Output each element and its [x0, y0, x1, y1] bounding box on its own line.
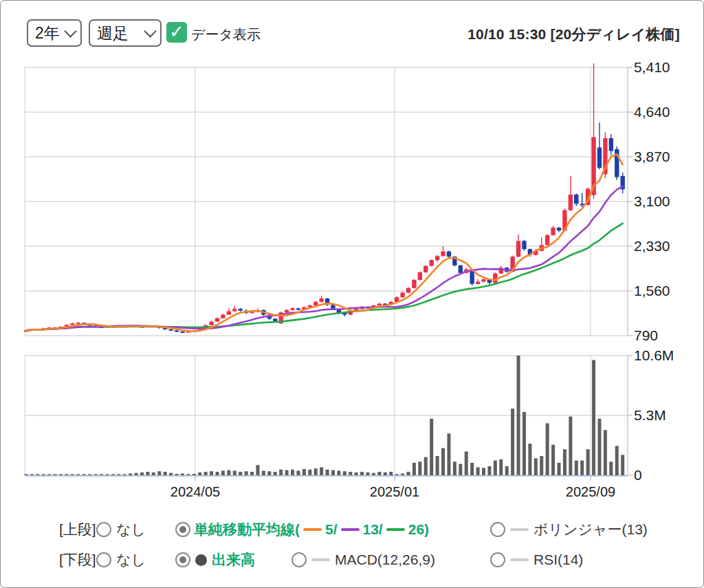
price-axis-label: 790 — [634, 327, 658, 345]
x-axis-label: 2025/09 — [549, 484, 632, 500]
upper-none-label: なし — [116, 520, 146, 539]
sma26-label: 26) — [408, 521, 429, 538]
rsi-label: RSI(14) — [534, 552, 583, 568]
upper-pane-label-wrap: [上段] — [59, 519, 96, 541]
lower-none-label: なし — [116, 550, 146, 569]
sma5-line-icon — [303, 528, 322, 531]
price-axis-label: 5,410 — [634, 58, 670, 76]
volume-dot-icon — [195, 554, 207, 566]
radio-lower-macd[interactable] — [292, 552, 307, 567]
volume-axis-label: 0 — [634, 466, 642, 484]
radio-lower-rsi[interactable] — [490, 552, 505, 567]
radio-upper-none[interactable] — [96, 522, 111, 537]
sma13-label: 13/ — [363, 521, 383, 538]
stock-chart-panel: 2年 週足 ✓ データ表示 10/10 15:30 [20分ディレイ株価] 5,… — [0, 0, 704, 588]
upper-pane-label: [上段] — [59, 520, 96, 539]
x-axis-label: 2024/05 — [154, 484, 236, 500]
lower-macd-option[interactable]: MACD(12,26,9) — [292, 549, 435, 571]
rsi-line-icon — [510, 558, 529, 561]
volume-axis-label: 10.6M — [634, 347, 674, 364]
x-axis-label: 2025/01 — [353, 484, 436, 500]
price-axis-label: 4,640 — [634, 103, 670, 121]
upper-none-option[interactable]: なし — [96, 519, 146, 541]
macd-line-icon — [311, 558, 330, 561]
lower-rsi-option[interactable]: RSI(14) — [490, 549, 583, 571]
price-axis-label: 1,560 — [634, 282, 670, 300]
bollinger-line-icon — [510, 528, 529, 531]
radio-upper-bollinger[interactable] — [490, 522, 505, 537]
lower-none-option[interactable]: なし — [96, 549, 146, 571]
sma5-label: 5/ — [325, 521, 338, 538]
radio-upper-sma[interactable] — [175, 522, 190, 537]
sma13-line-icon — [341, 528, 360, 531]
bollinger-label: ボリンジャー(13) — [534, 520, 648, 539]
macd-label: MACD(12,26,9) — [335, 552, 435, 568]
radio-lower-volume[interactable] — [175, 552, 190, 567]
volume-label: 出来高 — [212, 550, 255, 569]
volume-axis-label: 5.3M — [634, 406, 666, 424]
sma26-line-icon — [386, 528, 405, 531]
price-axis-label: 3,870 — [634, 148, 670, 166]
upper-sma-option[interactable]: 単純移動平均線( 5/ 13/ 26) — [175, 519, 429, 541]
lower-pane-label: [下段] — [59, 550, 96, 569]
radio-lower-none[interactable] — [96, 552, 111, 567]
price-axis-label: 2,330 — [634, 237, 670, 255]
sma-prefix-label: 単純移動平均線( — [194, 520, 300, 539]
price-axis-label: 3,100 — [634, 193, 670, 210]
lower-volume-option[interactable]: 出来高 — [175, 549, 255, 571]
upper-bollinger-option[interactable]: ボリンジャー(13) — [490, 519, 648, 541]
lower-pane-label-wrap: [下段] — [59, 549, 96, 571]
